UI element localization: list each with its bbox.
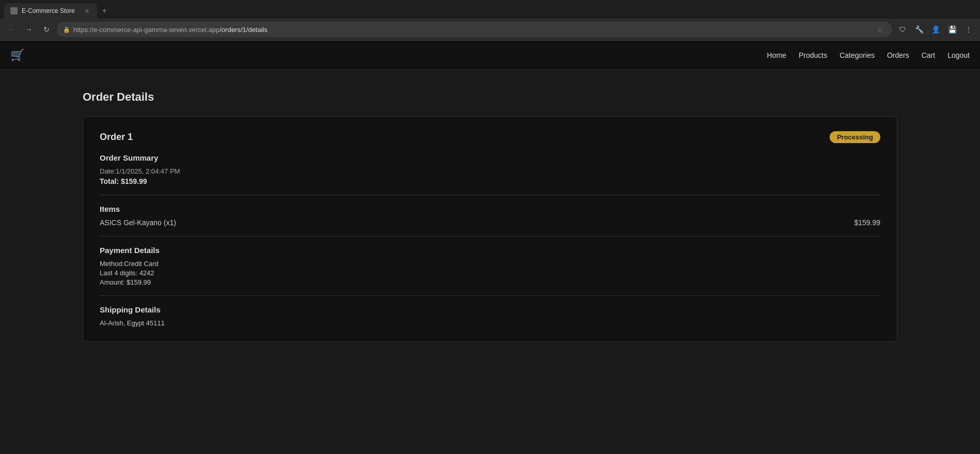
payment-method-label: Method: bbox=[100, 260, 124, 268]
nav-products[interactable]: Products bbox=[799, 51, 827, 59]
browser-tab-bar: E-Commerce Store ✕ + bbox=[0, 0, 980, 19]
order-header: Order 1 Processing bbox=[100, 131, 880, 143]
url-base: https://e-commerce-api-gamma-seven.verce… bbox=[73, 26, 220, 34]
nav-cart[interactable]: Cart bbox=[922, 51, 935, 59]
payment-amount: Amount: $159.99 bbox=[100, 278, 880, 286]
lock-icon: 🔒 bbox=[63, 26, 70, 33]
payment-digits: Last 4 digits: 4242 bbox=[100, 269, 880, 277]
payment-digits-label: Last 4 digits: bbox=[100, 269, 137, 277]
page-title: Order Details bbox=[83, 90, 897, 104]
total-value: $159.99 bbox=[121, 177, 147, 185]
reload-button[interactable]: ↻ bbox=[39, 22, 54, 37]
browser-tab[interactable]: E-Commerce Store ✕ bbox=[4, 3, 97, 19]
order-summary-section: Order Summary Date:1/1/2025, 2:04:47 PM … bbox=[100, 153, 880, 185]
address-bar[interactable]: 🔒 https://e-commerce-api-gamma-seven.ver… bbox=[57, 22, 892, 37]
total-label: Total: bbox=[100, 177, 119, 185]
tools-button[interactable]: 🔧 bbox=[912, 22, 926, 37]
browser-actions: 🛡 🔧 👤 💾 ⋮ bbox=[895, 22, 976, 37]
url-display: https://e-commerce-api-gamma-seven.verce… bbox=[73, 26, 870, 34]
shipping-address: Al-Arish, Egypt 45111 bbox=[100, 319, 880, 327]
order-summary-title: Order Summary bbox=[100, 153, 880, 162]
payment-section: Payment Details Method:Credit Card Last … bbox=[100, 246, 880, 286]
divider-2 bbox=[100, 236, 880, 237]
item-name: ASICS Gel-Kayano (x1) bbox=[100, 218, 176, 227]
nav-categories[interactable]: Categories bbox=[839, 51, 875, 59]
extensions-button[interactable]: 🛡 bbox=[895, 22, 910, 37]
payment-digits-value: 4242 bbox=[139, 269, 154, 277]
order-date: Date:1/1/2025, 2:04:47 PM bbox=[100, 167, 880, 175]
tab-favicon-icon bbox=[10, 7, 18, 14]
items-section-title: Items bbox=[100, 205, 880, 213]
profile-button[interactable]: 👤 bbox=[928, 22, 943, 37]
divider-1 bbox=[100, 195, 880, 195]
payment-method-value: Credit Card bbox=[124, 260, 158, 268]
url-path: /orders/1/details bbox=[220, 26, 268, 34]
order-title: Order 1 bbox=[100, 132, 133, 143]
order-card: Order 1 Processing Order Summary Date:1/… bbox=[83, 116, 897, 342]
payment-section-title: Payment Details bbox=[100, 246, 880, 255]
table-row: ASICS Gel-Kayano (x1) $159.99 bbox=[100, 218, 880, 227]
item-price: $159.99 bbox=[854, 218, 880, 227]
payment-method: Method:Credit Card bbox=[100, 260, 880, 268]
app-navbar: 🛒 Home Products Categories Orders Cart L… bbox=[0, 41, 980, 70]
nav-home[interactable]: Home bbox=[767, 51, 786, 59]
navbar-links: Home Products Categories Orders Cart Log… bbox=[767, 51, 970, 59]
nav-logout[interactable]: Logout bbox=[947, 51, 970, 59]
tab-title: E-Commerce Store bbox=[22, 7, 79, 14]
forward-button[interactable]: → bbox=[22, 22, 36, 37]
menu-button[interactable]: ⋮ bbox=[961, 22, 976, 37]
date-label: Date: bbox=[100, 167, 116, 175]
main-content: Order Details Order 1 Processing Order S… bbox=[0, 70, 980, 454]
browser-toolbar: ← → ↻ 🔒 https://e-commerce-api-gamma-sev… bbox=[0, 19, 980, 40]
date-value: 1/1/2025, 2:04:47 PM bbox=[116, 167, 180, 175]
status-badge: Processing bbox=[830, 131, 880, 143]
browser-chrome: E-Commerce Store ✕ + ← → ↻ 🔒 https://e-c… bbox=[0, 0, 980, 41]
shipping-section: Shipping Details Al-Arish, Egypt 45111 bbox=[100, 305, 880, 327]
divider-3 bbox=[100, 295, 880, 296]
navbar-logo: 🛒 bbox=[10, 49, 24, 62]
back-button[interactable]: ← bbox=[4, 22, 19, 37]
tab-close-button[interactable]: ✕ bbox=[83, 7, 91, 15]
items-section: Items ASICS Gel-Kayano (x1) $159.99 bbox=[100, 205, 880, 227]
bookmark-icon[interactable]: ☆ bbox=[874, 23, 886, 36]
payment-amount-value: $159.99 bbox=[127, 278, 151, 286]
nav-orders[interactable]: Orders bbox=[887, 51, 909, 59]
sync-button[interactable]: 💾 bbox=[945, 22, 959, 37]
payment-amount-label: Amount: bbox=[100, 278, 125, 286]
order-total: Total: $159.99 bbox=[100, 177, 880, 185]
new-tab-button[interactable]: + bbox=[97, 4, 112, 18]
shipping-section-title: Shipping Details bbox=[100, 305, 880, 314]
